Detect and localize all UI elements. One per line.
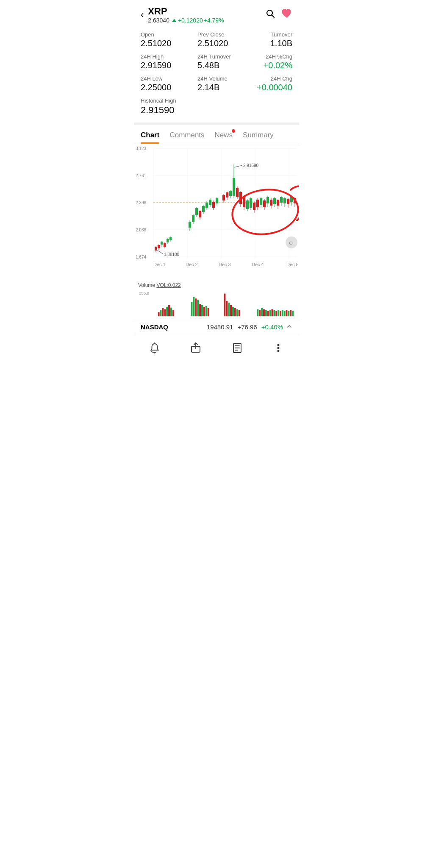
svg-rect-41 xyxy=(202,206,205,212)
svg-rect-111 xyxy=(170,308,172,316)
svg-rect-138 xyxy=(273,310,275,317)
svg-rect-141 xyxy=(280,311,281,317)
svg-text:1.674: 1.674 xyxy=(136,255,146,259)
vol-value: VOL:0.022 xyxy=(156,282,180,288)
chg24-value: +0.00040 xyxy=(254,83,292,92)
hist-high-label: Historical High xyxy=(141,97,292,104)
price-change: +0.12020 +4.79% xyxy=(172,17,224,24)
volume-section: Volume VOL:0.022 355.8 xyxy=(134,280,299,319)
svg-rect-112 xyxy=(172,310,174,317)
svg-rect-147 xyxy=(292,311,294,317)
stats-section: Open 2.51020 Prev Close 2.51020 Turnover… xyxy=(134,27,299,122)
low24-value: 2.25000 xyxy=(141,83,179,92)
chart-section: 3.123 2.761 2.398 2.036 1.674 1.88100 xyxy=(134,144,299,319)
open-value: 2.51020 xyxy=(141,39,179,48)
tab-comments[interactable]: Comments xyxy=(169,125,204,144)
svg-rect-87 xyxy=(280,197,283,203)
chg24-label: 24H Chg xyxy=(254,75,292,82)
svg-text:2.761: 2.761 xyxy=(136,173,146,178)
svg-rect-139 xyxy=(275,311,277,317)
prev-close-label: Prev Close xyxy=(197,31,236,38)
svg-rect-91 xyxy=(287,199,289,204)
stat-24h-low: 24H Low 2.25000 xyxy=(141,75,179,92)
pctchg24-label: 24H %Chg xyxy=(254,53,292,60)
svg-rect-49 xyxy=(216,198,218,203)
svg-rect-37 xyxy=(195,208,198,215)
svg-text:2.036: 2.036 xyxy=(136,228,146,232)
bottom-ticker[interactable]: NASDAQ 19480.91 +76.96 +0.40% xyxy=(134,319,299,335)
svg-rect-118 xyxy=(201,305,203,316)
high24-label: 24H High xyxy=(141,53,179,60)
svg-rect-115 xyxy=(195,298,197,316)
svg-rect-127 xyxy=(234,308,236,316)
turnover24-label: 24H Turnover xyxy=(197,53,236,60)
tab-bar: Chart Comments News Summary xyxy=(134,125,299,144)
historical-section: Historical High 2.91590 xyxy=(141,97,292,116)
nav-notifications[interactable] xyxy=(149,342,161,354)
svg-line-150 xyxy=(152,352,153,353)
svg-rect-131 xyxy=(259,310,261,317)
svg-rect-134 xyxy=(265,310,267,317)
volume-label-row: Volume VOL:0.022 xyxy=(134,282,299,289)
svg-rect-108 xyxy=(164,309,166,317)
stat-prev-close: Prev Close 2.51020 xyxy=(197,31,236,48)
low24-label: 24H Low xyxy=(141,75,179,82)
svg-rect-19 xyxy=(155,247,157,250)
svg-rect-89 xyxy=(283,198,286,203)
pctchg24-value: +0.02% xyxy=(254,61,292,70)
prev-close-value: 2.51020 xyxy=(197,39,236,48)
header: ‹ XRP 2.63040 +0.12020 +4.79% xyxy=(134,0,299,27)
tab-summary[interactable]: Summary xyxy=(243,125,274,144)
nav-share[interactable] xyxy=(190,342,202,354)
svg-rect-121 xyxy=(208,308,209,316)
search-icon[interactable] xyxy=(265,8,275,21)
svg-rect-55 xyxy=(229,191,232,196)
svg-text:2.398: 2.398 xyxy=(136,200,146,205)
svg-rect-25 xyxy=(164,243,166,247)
svg-rect-137 xyxy=(272,309,273,317)
svg-rect-85 xyxy=(277,200,279,206)
tab-news[interactable]: News xyxy=(215,125,233,144)
svg-rect-120 xyxy=(205,306,207,316)
turnover24-value: 5.48B xyxy=(197,61,236,70)
svg-text:Dec 4: Dec 4 xyxy=(252,262,264,267)
turnover-label: Turnover xyxy=(254,31,292,38)
volume-chart-svg: 355.8 xyxy=(138,289,295,319)
svg-text:Dec 2: Dec 2 xyxy=(186,262,198,267)
svg-rect-126 xyxy=(232,307,234,316)
svg-rect-39 xyxy=(199,211,201,217)
svg-rect-107 xyxy=(162,308,164,316)
svg-rect-51 xyxy=(222,195,225,200)
svg-rect-75 xyxy=(260,198,262,205)
ticker-price: 19480.91 xyxy=(207,323,233,331)
svg-rect-129 xyxy=(239,310,240,317)
nav-more[interactable] xyxy=(272,342,284,354)
turnover-value: 1.10B xyxy=(254,39,292,48)
stats-row-2: 24H High 2.91590 24H Turnover 5.48B 24H … xyxy=(141,53,292,70)
svg-text:Dec 1: Dec 1 xyxy=(153,262,166,267)
stat-24h-turnover: 24H Turnover 5.48B xyxy=(197,53,236,70)
tab-chart[interactable]: Chart xyxy=(141,125,159,144)
svg-text:1.88100: 1.88100 xyxy=(164,252,180,257)
svg-rect-77 xyxy=(263,200,266,207)
svg-rect-142 xyxy=(282,310,283,317)
svg-point-158 xyxy=(278,345,279,346)
stat-24h-pctchg: 24H %Chg +0.02% xyxy=(254,53,292,70)
ticker-name: NASDAQ xyxy=(141,323,207,331)
volume-text: Volume xyxy=(138,282,155,288)
svg-rect-73 xyxy=(256,200,259,207)
svg-rect-132 xyxy=(261,308,263,316)
price-chart[interactable]: 3.123 2.761 2.398 2.036 1.674 1.88100 xyxy=(134,144,299,280)
price-row: 2.63040 +0.12020 +4.79% xyxy=(148,17,265,24)
nav-notes[interactable] xyxy=(231,342,243,354)
favorite-icon[interactable] xyxy=(281,8,292,21)
svg-rect-113 xyxy=(191,302,193,316)
svg-rect-45 xyxy=(209,200,211,205)
svg-text:3.123: 3.123 xyxy=(136,146,146,151)
back-button[interactable]: ‹ xyxy=(141,10,144,19)
svg-rect-47 xyxy=(212,202,215,208)
candlestick-chart-svg: 3.123 2.761 2.398 2.036 1.674 1.88100 xyxy=(134,144,299,280)
svg-text:Dec 5: Dec 5 xyxy=(286,262,299,267)
svg-rect-144 xyxy=(286,310,288,317)
svg-rect-110 xyxy=(168,305,170,316)
